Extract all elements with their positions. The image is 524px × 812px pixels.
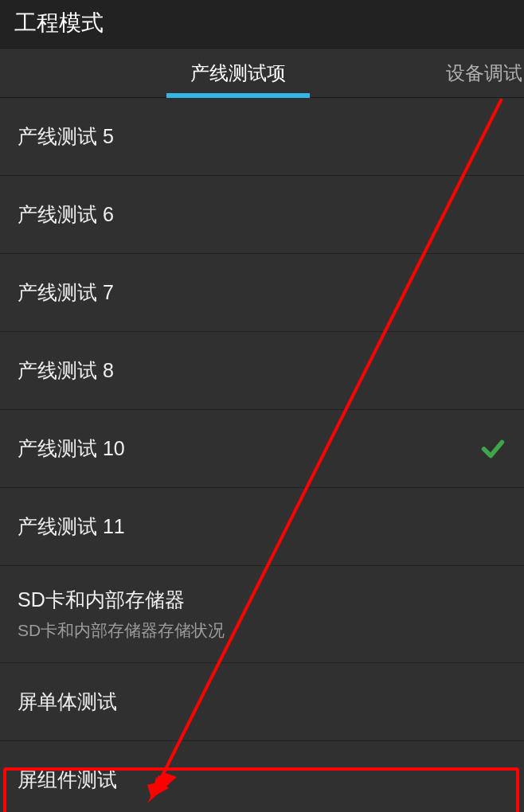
test-list: 产线测试 5产线测试 6产线测试 7产线测试 8产线测试 10产线测试 11SD…: [0, 98, 524, 812]
list-item-text: SD卡和内部存储器SD卡和内部存储器存储状况: [18, 587, 225, 642]
tab-production-test[interactable]: 产线测试项: [72, 49, 405, 97]
list-item-title: 产线测试 7: [18, 279, 114, 306]
tab-device-debug[interactable]: 设备调试: [405, 49, 524, 97]
list-item-title: SD卡和内部存储器: [18, 587, 225, 613]
tab-spacer-left: [0, 49, 72, 97]
list-item-text: 产线测试 7: [18, 279, 114, 306]
check-icon: [479, 435, 506, 463]
app-header: 工程模式: [0, 0, 524, 49]
tab-label: 设备调试: [446, 61, 522, 86]
list-item[interactable]: 产线测试 6: [0, 176, 524, 254]
list-item-title: 产线测试 11: [18, 513, 125, 540]
list-item-text: 产线测试 10: [18, 435, 125, 462]
tab-bar: 产线测试项 设备调试: [0, 49, 524, 98]
list-item[interactable]: 产线测试 7: [0, 254, 524, 332]
list-item-title: 屏组件测试: [18, 767, 117, 793]
list-item-title: 产线测试 8: [18, 357, 114, 384]
list-item-text: 产线测试 8: [18, 357, 114, 384]
page-title: 工程模式: [14, 8, 510, 38]
list-item[interactable]: 产线测试 5: [0, 98, 524, 176]
list-item-title: 产线测试 6: [18, 201, 114, 228]
list-item[interactable]: 屏单体测试: [0, 663, 524, 741]
list-item-subtitle: SD卡和内部存储器存储状况: [18, 619, 225, 642]
list-item-title: 屏单体测试: [18, 689, 117, 715]
list-item-text: 产线测试 6: [18, 201, 114, 228]
list-item-text: 屏组件测试: [18, 767, 117, 793]
list-item[interactable]: 屏组件测试: [0, 741, 524, 812]
list-item[interactable]: 产线测试 11: [0, 488, 524, 566]
tab-label: 产线测试项: [190, 61, 286, 86]
list-item[interactable]: SD卡和内部存储器SD卡和内部存储器存储状况: [0, 566, 524, 663]
list-item[interactable]: 产线测试 8: [0, 332, 524, 410]
list-item-text: 产线测试 11: [18, 513, 125, 540]
list-item-text: 屏单体测试: [18, 689, 117, 715]
list-item-title: 产线测试 5: [18, 123, 114, 150]
list-item-title: 产线测试 10: [18, 435, 125, 462]
list-item[interactable]: 产线测试 10: [0, 410, 524, 488]
list-item-text: 产线测试 5: [18, 123, 114, 150]
